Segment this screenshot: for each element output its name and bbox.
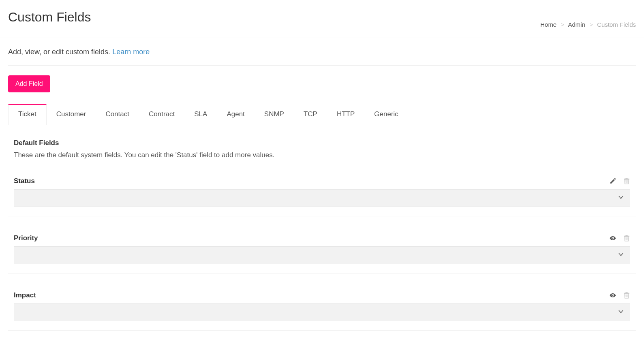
tab-ticket[interactable]: Ticket (8, 104, 47, 125)
field-block: Priority (8, 234, 636, 273)
tab-tcp[interactable]: TCP (294, 104, 327, 125)
breadcrumb: Home > Admin > Custom Fields (540, 21, 636, 28)
field-dropdown[interactable] (14, 246, 630, 264)
field-dropdown[interactable] (14, 189, 630, 207)
field-header: Priority (14, 234, 630, 242)
field-block: Status (8, 177, 636, 216)
field-label: Impact (14, 291, 36, 299)
breadcrumb-home[interactable]: Home (540, 21, 556, 28)
tab-sla[interactable]: SLA (184, 104, 217, 125)
intro-text: Add, view, or edit custom fields. (8, 48, 112, 56)
tab-contract[interactable]: Contract (139, 104, 184, 125)
page-header: Custom Fields Home > Admin > Custom Fiel… (0, 0, 644, 38)
field-actions (609, 292, 630, 299)
page-title: Custom Fields (8, 10, 91, 25)
learn-more-link[interactable]: Learn more (112, 48, 150, 56)
section-description: These are the default system fields. You… (14, 151, 630, 159)
section-title: Default Fields (14, 139, 630, 147)
field-actions (609, 177, 630, 185)
delete-icon (623, 177, 630, 185)
delete-icon (623, 235, 630, 242)
delete-icon (623, 292, 630, 299)
tab-generic[interactable]: Generic (364, 104, 408, 125)
breadcrumb-current: Custom Fields (597, 21, 636, 28)
field-label: Status (14, 177, 35, 185)
field-header: Status (14, 177, 630, 185)
add-field-button[interactable]: Add Field (8, 75, 50, 92)
edit-icon[interactable] (609, 177, 616, 185)
tab-contact[interactable]: Contact (96, 104, 139, 125)
chevron-down-icon (618, 251, 624, 259)
breadcrumb-sep: > (589, 21, 593, 28)
chevron-down-icon (618, 308, 624, 316)
chevron-down-icon (618, 194, 624, 202)
field-actions (609, 235, 630, 242)
view-icon[interactable] (609, 235, 616, 242)
breadcrumb-admin[interactable]: Admin (568, 21, 586, 28)
view-icon[interactable] (609, 292, 616, 299)
tab-agent[interactable]: Agent (217, 104, 254, 125)
field-dropdown[interactable] (14, 303, 630, 321)
tab-http[interactable]: HTTP (327, 104, 364, 125)
default-fields-section: Default Fields These are the default sys… (8, 125, 636, 159)
tab-customer[interactable]: Customer (47, 104, 96, 125)
field-block: Impact (8, 291, 636, 331)
field-header: Impact (14, 291, 630, 299)
tabs: TicketCustomerContactContractSLAAgentSNM… (8, 104, 636, 125)
breadcrumb-sep: > (561, 21, 564, 28)
tab-snmp[interactable]: SNMP (255, 104, 294, 125)
intro-text-row: Add, view, or edit custom fields. Learn … (8, 48, 636, 66)
field-label: Priority (14, 234, 38, 242)
